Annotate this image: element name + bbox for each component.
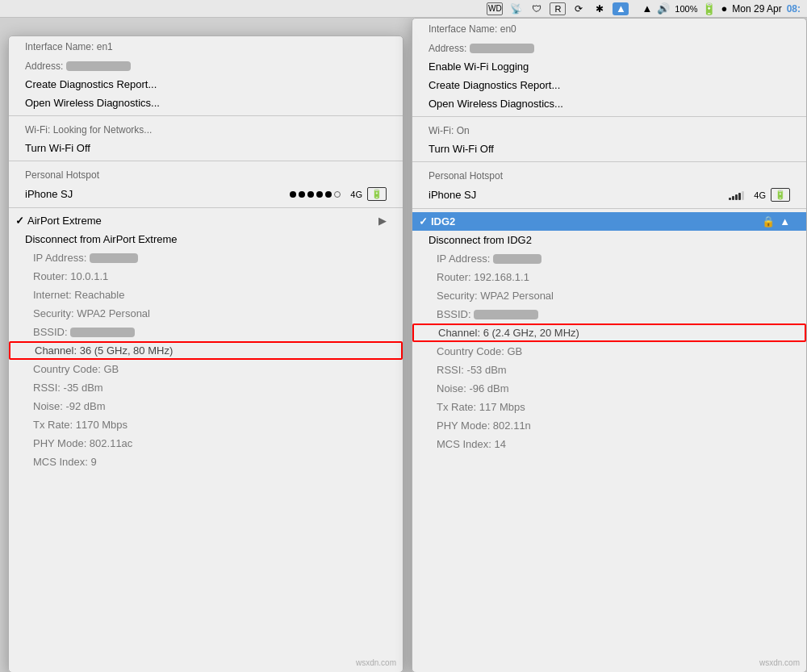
left-address: Address:	[9, 56, 403, 75]
right-diagnostics-report[interactable]: Create Diagnostics Report...	[412, 76, 806, 94]
bar3	[735, 194, 738, 200]
left-internet: Internet: Reachable	[9, 286, 403, 304]
right-hotspot-name: iPhone SJ	[429, 189, 476, 201]
wd-icon[interactable]: WD	[487, 2, 503, 15]
right-phy-mode: PHY Mode: 802.11n	[412, 416, 806, 435]
dot6	[334, 191, 341, 198]
time-icon[interactable]: ⟳	[571, 2, 587, 15]
right-bssid: BSSID:	[412, 305, 806, 323]
right-country-code: Country Code: GB	[412, 342, 806, 361]
bar1	[729, 198, 731, 200]
left-wireless-diagnostics[interactable]: Open Wireless Diagnostics...	[9, 94, 403, 112]
left-checkmark: ✓	[15, 215, 24, 227]
bluetooth-icon[interactable]: ✱	[592, 2, 608, 15]
menubar-date: Mon 29 Apr	[732, 3, 781, 15]
left-turn-wifi-off[interactable]: Turn Wi-Fi Off	[9, 139, 403, 157]
right-separator-1	[412, 116, 806, 117]
right-router: Router: 192.168.1.1	[412, 268, 806, 286]
left-watermark: wsxdn.com	[356, 658, 396, 667]
right-checkmark: ✓	[419, 215, 428, 227]
right-mcs-index: MCS Index: 14	[412, 435, 806, 453]
bar4	[738, 193, 741, 200]
volume-icon: 🔊	[657, 2, 670, 15]
left-wifi-status: Wi-Fi: Looking for Networks...	[9, 119, 403, 139]
left-security: Security: WPA2 Personal	[9, 304, 403, 323]
right-wireless-diagnostics[interactable]: Open Wireless Diagnostics...	[412, 94, 806, 113]
left-separator-1	[9, 115, 403, 116]
left-hotspot-4g: 4G	[350, 190, 362, 199]
left-diagnostics-report[interactable]: Create Diagnostics Report...	[9, 75, 403, 94]
left-ip-address: IP Address:	[9, 248, 403, 267]
right-network-item[interactable]: ✓ IDG2 🔒 ▲	[412, 212, 806, 231]
left-separator-3	[9, 207, 403, 208]
left-network-name: AirPort Extreme	[27, 215, 102, 227]
wifi-signal-icon: ▲	[780, 215, 790, 227]
menubar-time: 08:	[787, 3, 801, 15]
right-battery-icon: 🔋	[771, 188, 790, 202]
left-country-code: Country Code: GB	[9, 360, 403, 378]
dot5	[325, 191, 332, 198]
left-personal-hotspot-label: Personal Hotspot	[9, 165, 403, 184]
right-network-icons: 🔒 ▲	[762, 215, 790, 227]
left-arrow: ▶	[378, 215, 387, 227]
right-disconnect[interactable]: Disconnect from IDG2	[412, 231, 806, 249]
left-bssid: BSSID:	[9, 323, 403, 341]
wifi-icon-right: ▲	[642, 2, 652, 15]
menubar: WD 📡 🛡 R ⟳ ✱ ▲ ▲ 🔊 100% 🔋 ● Mon 29 Apr 0…	[0, 0, 807, 18]
right-separator-3	[412, 208, 806, 209]
menubar-right-icons: WD 📡 🛡 R ⟳ ✱ ▲ ▲ 🔊 100% 🔋 ● Mon 29 Apr 0…	[487, 2, 801, 15]
left-rssi: RSSI: -35 dBm	[9, 378, 403, 397]
menubar-left-icons	[0, 0, 6, 17]
lock-icon: 🔒	[762, 215, 775, 227]
right-separator-2	[412, 161, 806, 162]
right-channel: Channel: 6 (2.4 GHz, 20 MHz)	[412, 323, 806, 342]
right-wifi-status: Wi-Fi: On	[412, 120, 806, 140]
right-wifi-panel: Interface Name: en0 Address: Enable Wi-F…	[412, 18, 807, 672]
right-rssi: RSSI: -53 dBm	[412, 361, 806, 379]
left-hotspot-name: iPhone SJ	[25, 188, 73, 200]
battery-percent: 100%	[675, 4, 697, 14]
left-hotspot-item[interactable]: iPhone SJ 4G 🔋	[9, 184, 403, 204]
r-icon[interactable]: R	[550, 2, 566, 15]
right-watermark: wsxdn.com	[759, 658, 800, 667]
right-address: Address:	[412, 38, 806, 57]
left-router: Router: 10.0.1.1	[9, 267, 403, 286]
right-security: Security: WPA2 Personal	[412, 286, 806, 305]
right-enable-wifi-logging[interactable]: Enable Wi-Fi Logging	[412, 57, 806, 76]
left-mcs-index: MCS Index: 9	[9, 453, 403, 471]
left-disconnect[interactable]: Disconnect from AirPort Extreme	[9, 230, 403, 248]
user-icon: ●	[721, 2, 727, 15]
right-tx-rate: Tx Rate: 117 Mbps	[412, 398, 806, 416]
bar2	[732, 196, 734, 200]
right-hotspot-item[interactable]: iPhone SJ 4G 🔋	[412, 185, 806, 205]
main-content: Interface Name: en1 Address: Create Diag…	[0, 18, 807, 672]
dot3	[307, 191, 314, 198]
wifi-active-icon[interactable]: ▲	[613, 2, 629, 15]
left-noise: Noise: -92 dBm	[9, 397, 403, 415]
dot2	[299, 191, 305, 198]
right-interface-name: Interface Name: en0	[412, 19, 806, 38]
dot1	[290, 191, 296, 198]
shield-icon[interactable]: 🛡	[529, 2, 545, 15]
left-wifi-panel: Interface Name: en1 Address: Create Diag…	[8, 35, 404, 672]
left-separator-2	[9, 161, 403, 161]
right-personal-hotspot-label: Personal Hotspot	[412, 165, 806, 185]
dot4	[316, 191, 323, 198]
left-channel: Channel: 36 (5 GHz, 80 MHz)	[9, 341, 403, 360]
right-turn-wifi-off[interactable]: Turn Wi-Fi Off	[412, 140, 806, 158]
right-network-name: IDG2	[431, 215, 455, 227]
left-interface-name: Interface Name: en1	[9, 36, 403, 56]
battery-icon: 🔋	[702, 2, 716, 15]
left-network-item[interactable]: ✓ AirPort Extreme ▶	[9, 211, 403, 230]
left-tx-rate: Tx Rate: 1170 Mbps	[9, 415, 403, 434]
right-hotspot-4g: 4G	[754, 190, 766, 200]
right-noise: Noise: -96 dBm	[412, 379, 806, 398]
radio-icon[interactable]: 📡	[508, 2, 524, 15]
left-signal-dots	[290, 191, 341, 198]
left-battery-icon: 🔋	[367, 187, 387, 201]
right-hotspot-info: 4G 🔋	[729, 188, 790, 202]
right-ip-address: IP Address:	[412, 249, 806, 268]
bar5	[742, 191, 744, 200]
left-hotspot-info: 4G 🔋	[290, 187, 387, 201]
left-phy-mode: PHY Mode: 802.11ac	[9, 434, 403, 453]
